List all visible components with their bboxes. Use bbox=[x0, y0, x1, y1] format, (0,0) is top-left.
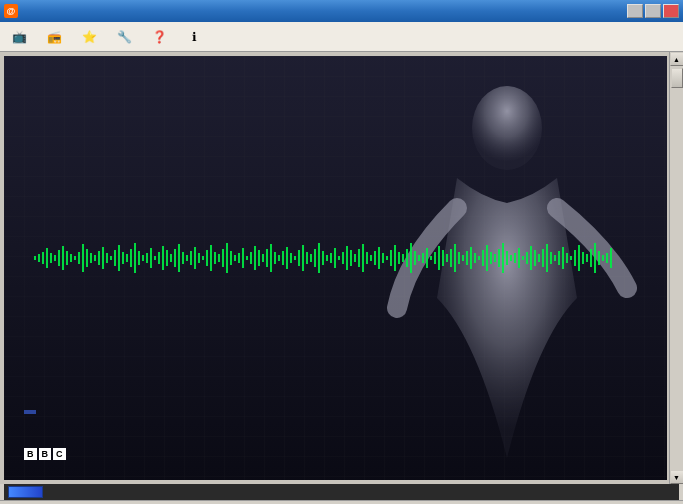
svg-rect-37 bbox=[174, 249, 176, 267]
svg-rect-35 bbox=[166, 250, 168, 266]
svg-rect-59 bbox=[262, 254, 264, 262]
close-button[interactable] bbox=[663, 4, 679, 18]
svg-rect-96 bbox=[410, 243, 412, 273]
svg-rect-84 bbox=[362, 244, 364, 272]
bbc-b2: B bbox=[39, 448, 52, 460]
progress-indicator bbox=[8, 486, 43, 498]
svg-rect-15 bbox=[86, 249, 88, 267]
svg-rect-135 bbox=[566, 253, 568, 263]
svg-rect-115 bbox=[486, 245, 488, 271]
svg-rect-121 bbox=[510, 255, 512, 261]
svg-rect-95 bbox=[406, 249, 408, 267]
svg-rect-108 bbox=[458, 252, 460, 264]
svg-rect-5 bbox=[46, 248, 48, 268]
svg-rect-32 bbox=[154, 256, 156, 260]
svg-rect-79 bbox=[342, 252, 344, 264]
svg-rect-125 bbox=[526, 252, 528, 264]
svg-rect-26 bbox=[130, 249, 132, 267]
minimize-button[interactable] bbox=[627, 4, 643, 18]
svg-rect-139 bbox=[582, 252, 584, 264]
svg-rect-98 bbox=[418, 255, 420, 261]
svg-rect-137 bbox=[574, 250, 576, 266]
svg-rect-141 bbox=[590, 249, 592, 267]
svg-rect-52 bbox=[234, 255, 236, 261]
svg-rect-36 bbox=[170, 254, 172, 262]
svg-rect-2 bbox=[34, 256, 36, 260]
title-bar: @ bbox=[0, 0, 683, 22]
svg-rect-68 bbox=[298, 250, 300, 266]
svg-rect-105 bbox=[446, 254, 448, 262]
svg-rect-99 bbox=[422, 253, 424, 263]
svg-rect-102 bbox=[434, 252, 436, 264]
star-icon: ⭐ bbox=[81, 29, 97, 45]
menu-help[interactable]: ❓ bbox=[144, 25, 177, 49]
menu-radio[interactable]: 📻 bbox=[39, 25, 72, 49]
svg-rect-70 bbox=[306, 252, 308, 264]
svg-rect-111 bbox=[470, 247, 472, 269]
scroll-thumb[interactable] bbox=[671, 68, 683, 88]
svg-rect-16 bbox=[90, 253, 92, 263]
svg-rect-49 bbox=[222, 249, 224, 267]
svg-rect-57 bbox=[254, 246, 256, 270]
svg-rect-51 bbox=[230, 251, 232, 265]
menu-tools[interactable]: 🔧 bbox=[109, 25, 142, 49]
scroll-track[interactable] bbox=[670, 66, 684, 470]
svg-rect-45 bbox=[206, 250, 208, 266]
svg-rect-13 bbox=[78, 252, 80, 264]
svg-rect-118 bbox=[498, 249, 500, 267]
transport-bar bbox=[0, 500, 683, 504]
svg-rect-72 bbox=[314, 249, 316, 267]
svg-rect-133 bbox=[558, 251, 560, 265]
svg-rect-131 bbox=[550, 252, 552, 264]
svg-rect-90 bbox=[386, 256, 388, 260]
svg-rect-31 bbox=[150, 248, 152, 268]
scroll-up-button[interactable]: ▲ bbox=[670, 52, 684, 66]
svg-rect-109 bbox=[462, 255, 464, 261]
bbc-b1: B bbox=[24, 448, 37, 460]
svg-rect-63 bbox=[278, 255, 280, 261]
svg-rect-136 bbox=[570, 256, 572, 260]
svg-rect-119 bbox=[502, 243, 504, 273]
bbc-boxes: B B C bbox=[24, 448, 66, 460]
svg-rect-101 bbox=[430, 256, 432, 260]
restore-button[interactable] bbox=[645, 4, 661, 18]
svg-rect-80 bbox=[346, 246, 348, 270]
svg-rect-71 bbox=[310, 254, 312, 262]
svg-rect-66 bbox=[290, 253, 292, 263]
svg-rect-77 bbox=[334, 248, 336, 268]
window-controls bbox=[627, 4, 679, 18]
svg-rect-88 bbox=[378, 247, 380, 269]
svg-rect-100 bbox=[426, 248, 428, 268]
svg-rect-130 bbox=[546, 244, 548, 272]
svg-rect-81 bbox=[350, 250, 352, 266]
svg-rect-104 bbox=[442, 250, 444, 266]
svg-rect-38 bbox=[178, 244, 180, 272]
scroll-down-button[interactable]: ▼ bbox=[670, 470, 684, 484]
svg-rect-128 bbox=[538, 254, 540, 262]
bbc-logo: B B C bbox=[24, 448, 70, 460]
svg-rect-92 bbox=[394, 245, 396, 271]
svg-rect-4 bbox=[42, 252, 44, 264]
menu-bar: 📺 📻 ⭐ 🔧 ❓ ℹ bbox=[0, 22, 683, 52]
svg-rect-30 bbox=[146, 253, 148, 263]
tv-icon: 📺 bbox=[11, 29, 27, 45]
svg-rect-146 bbox=[610, 248, 612, 268]
app-icon: @ bbox=[4, 4, 18, 18]
svg-rect-50 bbox=[226, 243, 228, 273]
svg-rect-97 bbox=[414, 251, 416, 265]
svg-rect-39 bbox=[182, 252, 184, 264]
menu-favorites[interactable]: ⭐ bbox=[74, 25, 107, 49]
svg-rect-62 bbox=[274, 252, 276, 264]
menu-tv[interactable]: 📺 bbox=[4, 25, 37, 49]
svg-rect-143 bbox=[598, 251, 600, 265]
svg-rect-46 bbox=[210, 245, 212, 271]
svg-rect-61 bbox=[270, 244, 272, 272]
menu-about[interactable]: ℹ bbox=[179, 25, 212, 49]
svg-rect-114 bbox=[482, 250, 484, 266]
radio-icon: 📻 bbox=[46, 29, 62, 45]
svg-rect-76 bbox=[330, 253, 332, 263]
svg-rect-69 bbox=[302, 245, 304, 271]
svg-rect-25 bbox=[126, 254, 128, 262]
svg-rect-144 bbox=[602, 255, 604, 261]
svg-rect-14 bbox=[82, 244, 84, 272]
